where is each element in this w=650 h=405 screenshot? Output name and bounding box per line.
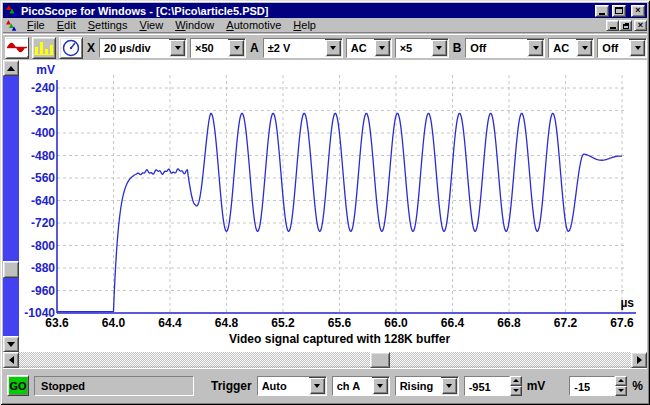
trigger-label: Trigger bbox=[211, 379, 252, 393]
child-close-button[interactable]: × bbox=[634, 20, 647, 31]
y-tick-label: -880 bbox=[31, 261, 55, 275]
scroll-down-button[interactable] bbox=[3, 336, 19, 352]
go-button[interactable]: GO bbox=[7, 375, 29, 396]
waveform-svg: 63.664.064.464.865.265.666.066.466.867.2… bbox=[19, 60, 647, 352]
scrollbar-track[interactable] bbox=[3, 76, 19, 336]
arrow-down-icon bbox=[618, 389, 624, 395]
x-tick-label: 67.6 bbox=[610, 316, 634, 330]
channel-a-label: A bbox=[250, 41, 259, 55]
chevron-down-icon[interactable] bbox=[442, 378, 457, 394]
spin-down-button[interactable] bbox=[615, 386, 627, 396]
y-tick-label: -960 bbox=[31, 284, 55, 298]
menu-item-automotive[interactable]: Automotive bbox=[220, 18, 287, 32]
scroll-left-button[interactable] bbox=[3, 352, 19, 368]
arrow-down-icon bbox=[513, 389, 519, 395]
spectrum-view-button[interactable] bbox=[32, 37, 56, 59]
chevron-down-icon[interactable] bbox=[310, 378, 325, 394]
y-tick-label: -240 bbox=[31, 81, 55, 95]
time-scrollbar[interactable] bbox=[3, 352, 647, 368]
y-unit-label: mV bbox=[36, 63, 55, 77]
scope-view-button[interactable] bbox=[5, 37, 29, 59]
maximize-button[interactable] bbox=[612, 5, 626, 17]
chevron-down-icon[interactable] bbox=[528, 40, 543, 56]
trigger-edge-select[interactable]: Rising bbox=[395, 376, 459, 396]
x-unit-label: µs bbox=[620, 296, 634, 310]
x-tick-label: 67.2 bbox=[554, 316, 578, 330]
chevron-down-icon[interactable] bbox=[373, 378, 388, 394]
channel-b-label: B bbox=[453, 41, 462, 55]
child-restore-button[interactable] bbox=[619, 20, 632, 31]
x-tick-label: 64.0 bbox=[102, 316, 126, 330]
y-tick-label: -560 bbox=[31, 171, 55, 185]
chart-caption: Video signal captured with 128K buffer bbox=[229, 332, 450, 346]
arrow-right-icon bbox=[637, 356, 646, 364]
menu-item-window[interactable]: Window bbox=[169, 18, 220, 32]
x-tick-label: 66.8 bbox=[497, 316, 521, 330]
channel-a-range-select[interactable]: ±2 V bbox=[263, 38, 343, 58]
status-state: Stopped bbox=[34, 376, 194, 396]
chevron-down-icon[interactable] bbox=[229, 40, 244, 56]
menu-item-help[interactable]: Help bbox=[287, 18, 322, 32]
menu-item-edit[interactable]: Edit bbox=[51, 18, 82, 32]
meter-view-button[interactable] bbox=[59, 37, 83, 59]
scope-trace-icon bbox=[6, 39, 28, 56]
pre-trigger-input[interactable] bbox=[570, 377, 614, 395]
trigger-level-unit: mV bbox=[527, 379, 546, 393]
chevron-down-icon[interactable] bbox=[630, 40, 645, 56]
menu-item-file[interactable]: File bbox=[21, 18, 51, 32]
app-window: PicoScope for Windows - [C:\Pico\article… bbox=[0, 0, 650, 405]
timebase-select[interactable]: 20 µs/div bbox=[99, 38, 187, 58]
chevron-down-icon[interactable] bbox=[375, 40, 390, 56]
scroll-right-button[interactable] bbox=[631, 352, 647, 368]
trigger-level-spinner bbox=[464, 376, 522, 396]
channel-a-offset-scrollbar[interactable] bbox=[3, 60, 19, 352]
chevron-down-icon[interactable] bbox=[170, 40, 185, 56]
trigger-edge-value: Rising bbox=[396, 377, 441, 395]
y-tick-label: -640 bbox=[31, 194, 55, 208]
child-minimize-button[interactable] bbox=[606, 20, 619, 31]
y-tick-label: -400 bbox=[31, 126, 55, 140]
chevron-down-icon[interactable] bbox=[326, 40, 341, 56]
meter-dial-icon bbox=[60, 39, 82, 57]
x-tick-label: 66.4 bbox=[441, 316, 465, 330]
y-tick-label: -320 bbox=[31, 104, 55, 118]
channel-b-range-value: Off bbox=[466, 39, 527, 57]
window-title: PicoScope for Windows - [C:\Pico\article… bbox=[21, 5, 592, 17]
x-multiplier-select[interactable]: ×50 bbox=[190, 38, 246, 58]
app-icon bbox=[5, 4, 18, 17]
scroll-up-button[interactable] bbox=[3, 60, 19, 76]
y-tick-label: -480 bbox=[31, 149, 55, 163]
menu-item-view[interactable]: View bbox=[133, 18, 169, 32]
chevron-down-icon[interactable] bbox=[577, 40, 592, 56]
spin-up-button[interactable] bbox=[615, 376, 627, 386]
minimize-button[interactable] bbox=[595, 5, 609, 17]
child-close-icon: × bbox=[638, 21, 643, 30]
channel-b-coupling-select[interactable]: AC bbox=[548, 38, 594, 58]
spin-down-button[interactable] bbox=[510, 386, 522, 396]
maximize-icon bbox=[615, 7, 623, 14]
channel-a-coupling-value: AC bbox=[347, 39, 374, 57]
menu-item-settings[interactable]: Settings bbox=[82, 18, 134, 32]
pre-trigger-spinner bbox=[569, 376, 627, 396]
channel-a-range-value: ±2 V bbox=[264, 39, 325, 57]
scrollbar-thumb[interactable] bbox=[3, 261, 19, 278]
timebase-value: 20 µs/div bbox=[100, 39, 169, 57]
channel-b-multiplier-select[interactable]: Off bbox=[597, 38, 647, 58]
pre-trigger-unit: % bbox=[632, 379, 643, 393]
arrow-down-icon bbox=[7, 342, 15, 351]
chevron-down-icon[interactable] bbox=[432, 40, 447, 56]
x-tick-label: 64.4 bbox=[158, 316, 182, 330]
trigger-level-input[interactable] bbox=[465, 377, 509, 395]
scrollbar-thumb[interactable] bbox=[370, 352, 390, 368]
spin-up-button[interactable] bbox=[510, 376, 522, 386]
y-tick-label: -720 bbox=[31, 216, 55, 230]
trigger-channel-select[interactable]: ch A bbox=[332, 376, 390, 396]
channel-a-multiplier-select[interactable]: ×5 bbox=[395, 38, 449, 58]
channel-b-range-select[interactable]: Off bbox=[465, 38, 545, 58]
trigger-mode-select[interactable]: Auto bbox=[257, 376, 327, 396]
close-button[interactable]: × bbox=[631, 5, 645, 17]
toolbar: X 20 µs/div ×50 A ±2 V AC ×5 B Off AC bbox=[3, 34, 647, 60]
arrow-left-icon bbox=[5, 356, 14, 364]
channel-a-coupling-select[interactable]: AC bbox=[346, 38, 392, 58]
status-bar: GO Stopped Trigger Auto ch A Rising mV bbox=[3, 368, 647, 402]
